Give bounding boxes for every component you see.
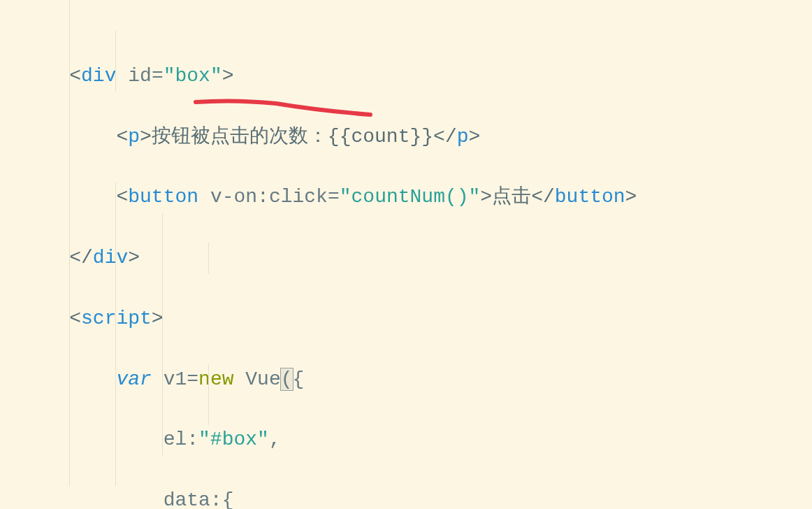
code-line-6: var v1=new Vue({: [22, 364, 812, 394]
code-line-3: <button v-on:click="countNum()">点击</butt…: [22, 182, 812, 212]
code-line-2: <p>按钮被点击的次数：{{count}}</p>: [22, 122, 812, 152]
code-line-7: el:"#box",: [22, 424, 812, 454]
code-line-8: data:{: [22, 485, 812, 509]
code-line-5: <script>: [22, 303, 812, 334]
code-line-1: <div id="box">: [22, 61, 812, 91]
code-line-4: </div>: [22, 243, 812, 273]
code-editor[interactable]: <div id="box"> <p>按钮被点击的次数：{{count}}</p>…: [0, 0, 812, 509]
bracket-match-open: (: [281, 368, 293, 390]
